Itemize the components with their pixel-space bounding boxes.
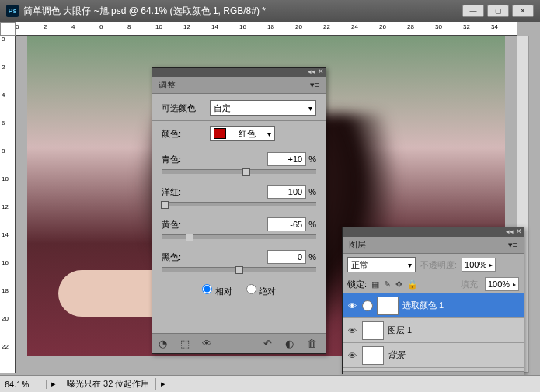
fill-label: 填充:: [461, 279, 480, 290]
clip-icon[interactable]: ◐: [285, 338, 298, 350]
slider-thumb[interactable]: [235, 266, 243, 274]
lock-all-icon[interactable]: 🔒: [407, 279, 418, 290]
window-titlebar: Ps 简单调色 大眼仔 ~旭.psd @ 64.1% (选取颜色 1, RGB/…: [0, 0, 540, 22]
panel-header[interactable]: ◂◂ ✕: [152, 68, 326, 77]
layer-row[interactable]: 👁选取颜色 1: [343, 293, 524, 318]
layers-panel: ◂◂ ✕ 图层▾≡ 正常 不透明度: 100% 锁定: ▦ ✎ ✥ 🔒 填充: …: [342, 227, 524, 374]
blend-mode-select[interactable]: 正常: [347, 257, 416, 272]
preset-select[interactable]: 自定: [210, 100, 316, 116]
maximize-button[interactable]: ▢: [487, 5, 509, 17]
status-info: 曝光只在 32 位起作用: [61, 378, 156, 390]
expand-icon[interactable]: ▸: [47, 379, 61, 389]
relative-radio[interactable]: 相对: [202, 284, 232, 297]
document-title: 简单调色 大眼仔 ~旭.psd @ 64.1% (选取颜色 1, RGB/8#)…: [23, 5, 266, 18]
slider-thumb[interactable]: [161, 201, 169, 209]
opacity-label: 不透明度:: [420, 259, 457, 271]
adjustment-icon: [362, 300, 373, 311]
slider-label: 黄色:: [162, 219, 181, 231]
slider-label: 洋红:: [162, 186, 181, 198]
lock-label: 锁定:: [347, 279, 367, 290]
layer-row[interactable]: 👁图层 1: [343, 318, 524, 343]
layer-row[interactable]: 👁背景: [343, 343, 524, 368]
mask-thumbnail[interactable]: [377, 297, 399, 315]
absolute-radio[interactable]: 绝对: [246, 284, 276, 297]
close-button[interactable]: ✕: [512, 5, 534, 17]
toggle-icon[interactable]: ◔: [159, 338, 171, 350]
visibility-icon[interactable]: 👁: [202, 338, 214, 350]
slider-thumb[interactable]: [242, 168, 250, 176]
slider-track[interactable]: [162, 267, 316, 272]
color-swatch: [214, 128, 226, 139]
panel-minimize-icon[interactable]: ◂◂ ✕: [308, 68, 324, 75]
panel-footer: ◔ ⬚ 👁 ↶ ◐ 🗑: [152, 333, 326, 353]
visibility-toggle[interactable]: 👁: [346, 301, 358, 310]
visibility-toggle[interactable]: 👁: [346, 326, 358, 335]
layers-tab[interactable]: 图层▾≡: [343, 237, 524, 254]
layer-thumbnail[interactable]: [362, 321, 384, 340]
lock-transparent-icon[interactable]: ▦: [371, 279, 379, 290]
slider-value[interactable]: [267, 217, 306, 231]
expand-icon[interactable]: ⬚: [180, 338, 193, 350]
adjustments-panel: ◂◂ ✕ 调整▾≡ 可选颜色 自定 颜色: 红色 青色: %洋红: %黄色: %…: [152, 67, 326, 354]
zoom-level[interactable]: 64.1%: [0, 380, 47, 389]
slider-track[interactable]: [162, 234, 316, 239]
lock-move-icon[interactable]: ✥: [395, 279, 402, 290]
minimize-button[interactable]: —: [462, 5, 484, 17]
layer-name[interactable]: 选取颜色 1: [402, 300, 444, 311]
layer-name[interactable]: 图层 1: [388, 324, 412, 336]
ruler-vertical[interactable]: 0246810121416182022: [0, 36, 16, 373]
color-select[interactable]: 红色: [210, 126, 275, 141]
method-label: 可选颜色: [162, 102, 205, 114]
layer-name[interactable]: 背景: [388, 349, 405, 361]
layer-thumbnail[interactable]: [362, 346, 384, 365]
slider-value[interactable]: [267, 185, 306, 199]
slider-value[interactable]: [267, 250, 306, 264]
adjustments-tab[interactable]: 调整▾≡: [152, 77, 326, 94]
opacity-field[interactable]: 100%: [462, 258, 496, 272]
slider-label: 青色:: [162, 154, 181, 165]
slider-track[interactable]: [162, 169, 316, 174]
fill-field[interactable]: 100%: [485, 277, 519, 291]
reset-icon[interactable]: ↶: [263, 338, 276, 350]
layers-panel-header[interactable]: ◂◂ ✕: [343, 227, 524, 237]
visibility-toggle[interactable]: 👁: [346, 351, 358, 360]
app-icon: Ps: [6, 5, 19, 17]
trash-icon[interactable]: 🗑: [307, 338, 319, 350]
slider-label: 黑色:: [162, 252, 181, 263]
slider-value[interactable]: [267, 152, 306, 166]
slider-thumb[interactable]: [186, 234, 193, 241]
statusbar: 64.1% ▸ 曝光只在 32 位起作用 ▸: [0, 375, 540, 392]
ruler-corner: [0, 22, 16, 36]
slider-track[interactable]: [162, 202, 316, 206]
color-label: 颜色:: [162, 128, 205, 140]
ruler-horizontal[interactable]: 0246810121416182022242628303234: [16, 22, 517, 36]
lock-paint-icon[interactable]: ✎: [384, 279, 391, 290]
